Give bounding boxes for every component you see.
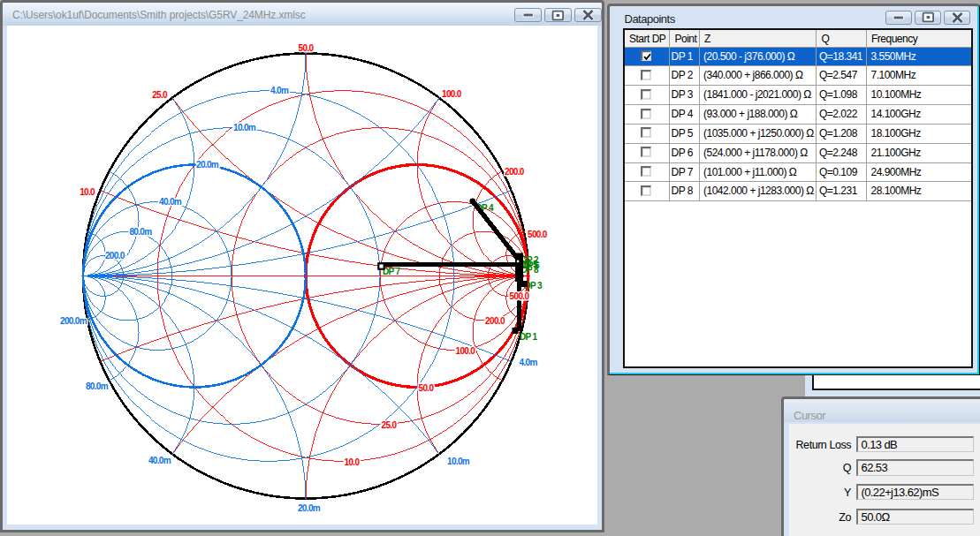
svg-text:25.0: 25.0 <box>152 90 168 100</box>
svg-text:DP 8: DP 8 <box>520 265 539 275</box>
svg-text:80.0m: 80.0m <box>129 226 152 236</box>
svg-text:100.0: 100.0 <box>442 89 462 99</box>
svg-text:4.0m: 4.0m <box>270 86 289 95</box>
svg-text:10.0m: 10.0m <box>447 456 470 465</box>
svg-text:20.0m: 20.0m <box>297 502 320 512</box>
svg-text:200.0: 200.0 <box>485 315 505 325</box>
svg-text:500.0: 500.0 <box>528 230 548 239</box>
svg-text:20.0m: 20.0m <box>196 160 219 170</box>
svg-text:DP 1: DP 1 <box>520 331 538 341</box>
svg-text:200.0: 200.0 <box>104 251 125 260</box>
svg-text:50.0: 50.0 <box>418 382 434 392</box>
svg-text:4.0m: 4.0m <box>519 358 537 367</box>
svg-text:DP 7: DP 7 <box>383 266 401 276</box>
svg-text:200.0m: 200.0m <box>59 315 87 325</box>
svg-text:10.0m: 10.0m <box>233 123 256 132</box>
svg-text:100.0: 100.0 <box>455 345 475 355</box>
svg-text:200.0: 200.0 <box>505 166 525 176</box>
svg-text:500.0: 500.0 <box>509 291 529 301</box>
svg-text:10.0: 10.0 <box>80 186 95 196</box>
svg-text:40.0m: 40.0m <box>148 455 171 464</box>
svg-text:10.0: 10.0 <box>344 457 360 466</box>
svg-text:50.0: 50.0 <box>298 42 314 52</box>
svg-text:80.0m: 80.0m <box>85 381 108 391</box>
svg-text:40.0m: 40.0m <box>159 197 182 207</box>
svg-text:25.0: 25.0 <box>381 419 397 429</box>
